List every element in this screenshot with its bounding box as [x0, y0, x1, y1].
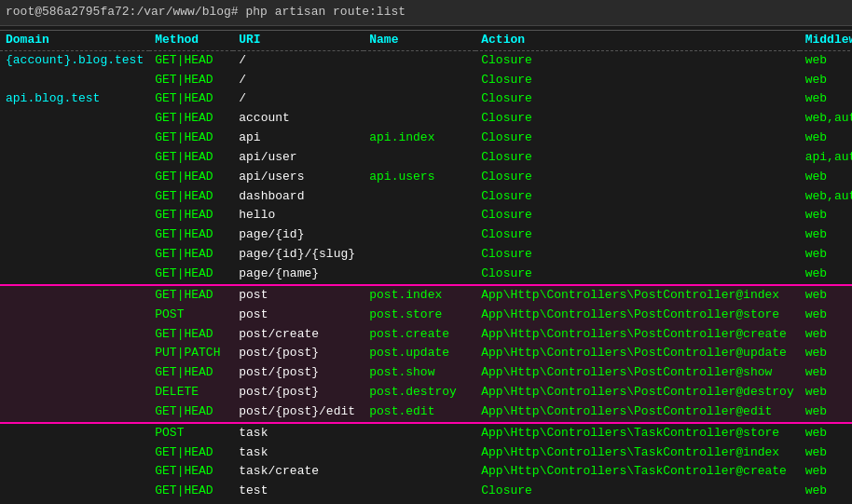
cell-domain [0, 462, 149, 482]
cell-name: api.users [364, 168, 475, 187]
col-method-header: Method [149, 30, 233, 50]
cell-name: post.update [364, 344, 475, 363]
cell-middleware: web [800, 423, 852, 443]
cell-domain [0, 325, 149, 345]
cell-uri: api/users [233, 168, 364, 187]
cell-uri: post/{post} [233, 383, 364, 402]
cell-action: App\Http\Controllers\TaskController@crea… [475, 462, 799, 482]
table-header: Domain Method URI Name Action Middleware [0, 30, 852, 50]
cell-domain: {account}.blog.test [0, 50, 149, 70]
table-row: GET|HEADhelloClosureweb [0, 206, 852, 225]
cell-domain [0, 383, 149, 402]
cell-name [364, 109, 475, 129]
cell-action: Closure [475, 482, 799, 501]
cell-method: DELETE [149, 383, 233, 402]
cell-method: GET|HEAD [149, 245, 233, 265]
cell-method: GET|HEAD [149, 363, 233, 383]
col-uri-header: URI [233, 30, 364, 50]
cell-method: GET|HEAD [149, 462, 233, 482]
terminal-window: root@586a2795fa72:/var/www/blog# php art… [0, 0, 852, 504]
cell-middleware: web [800, 383, 852, 402]
table-row: GET|HEADtestClosureweb [0, 482, 852, 501]
cell-uri: api [233, 129, 364, 148]
cell-method: GET|HEAD [149, 187, 233, 207]
cell-uri: / [233, 71, 364, 90]
cell-method: POST [149, 306, 233, 325]
cell-name [364, 245, 475, 265]
cell-action: Closure [475, 206, 799, 225]
cell-name: post.destroy [364, 383, 475, 402]
cell-middleware: web [800, 245, 852, 265]
cell-method: GET|HEAD [149, 148, 233, 168]
cell-action: Closure [475, 225, 799, 245]
route-table: Domain Method URI Name Action Middleware… [0, 30, 852, 504]
cell-uri: post [233, 306, 364, 325]
cell-middleware: web [800, 462, 852, 482]
cell-action: App\Http\Controllers\PostController@edit [475, 402, 799, 423]
cell-middleware: web [800, 344, 852, 363]
cell-uri: dashboard [233, 187, 364, 207]
cell-domain [0, 148, 149, 168]
cell-domain [0, 206, 149, 225]
cell-action: App\Http\Controllers\PostController@dest… [475, 383, 799, 402]
cell-domain [0, 285, 149, 306]
cell-domain [0, 168, 149, 187]
cell-action: Closure [475, 71, 799, 90]
cell-uri: post [233, 285, 364, 306]
title-bar: root@586a2795fa72:/var/www/blog# php art… [0, 0, 852, 26]
cell-domain [0, 443, 149, 463]
cell-uri: / [233, 50, 364, 70]
cell-action: App\Http\Controllers\TaskController@stor… [475, 423, 799, 443]
table-row: GET|HEADpage/{name}Closureweb [0, 265, 852, 285]
cell-uri: api/user [233, 148, 364, 168]
route-list-content: Domain Method URI Name Action Middleware… [0, 26, 852, 504]
cell-name [364, 206, 475, 225]
cell-middleware: web [800, 168, 852, 187]
cell-domain [0, 363, 149, 383]
col-domain-header: Domain [0, 30, 149, 50]
cell-uri: task/create [233, 462, 364, 482]
cell-name: post.store [364, 306, 475, 325]
cell-name: post.create [364, 325, 475, 345]
cell-action: Closure [475, 265, 799, 285]
cell-uri: / [233, 89, 364, 109]
cell-middleware: web [800, 402, 852, 423]
cell-uri: post/create [233, 325, 364, 345]
cell-domain [0, 245, 149, 265]
cell-method: GET|HEAD [149, 443, 233, 463]
cell-name: post.edit [364, 402, 475, 423]
cell-method: GET|HEAD [149, 265, 233, 285]
cell-uri: task [233, 423, 364, 443]
cell-method: GET|HEAD [149, 71, 233, 90]
cell-domain [0, 71, 149, 90]
cell-middleware: web [800, 285, 852, 306]
cell-method: GET|HEAD [149, 109, 233, 129]
cell-name [364, 462, 475, 482]
table-row: GET|HEADtask/createApp\Http\Controllers\… [0, 462, 852, 482]
cell-action: Closure [475, 148, 799, 168]
cell-domain: api.blog.test [0, 89, 149, 109]
cell-middleware: web [800, 443, 852, 463]
table-row: GET|HEADaccountClosureweb,auth [0, 109, 852, 129]
table-row: GET|HEADtaskApp\Http\Controllers\TaskCon… [0, 443, 852, 463]
cell-middleware: web [800, 363, 852, 383]
cell-domain [0, 265, 149, 285]
cell-method: GET|HEAD [149, 225, 233, 245]
cell-method: GET|HEAD [149, 482, 233, 501]
cell-action: Closure [475, 50, 799, 70]
cell-domain [0, 423, 149, 443]
cell-middleware: web [800, 225, 852, 245]
cell-action: Closure [475, 245, 799, 265]
table-row: POSTpostpost.storeApp\Http\Controllers\P… [0, 306, 852, 325]
cell-action: Closure [475, 168, 799, 187]
cell-uri: account [233, 109, 364, 129]
cell-domain [0, 482, 149, 501]
table-row: GET|HEADpost/{post}/editpost.editApp\Htt… [0, 402, 852, 423]
cell-action: Closure [475, 187, 799, 207]
table-row: GET|HEAD/Closureweb [0, 71, 852, 90]
cell-domain [0, 187, 149, 207]
cell-action: Closure [475, 89, 799, 109]
route-table-body: {account}.blog.testGET|HEAD/ClosurewebGE… [0, 50, 852, 504]
cell-method: GET|HEAD [149, 325, 233, 345]
cell-middleware: web [800, 325, 852, 345]
